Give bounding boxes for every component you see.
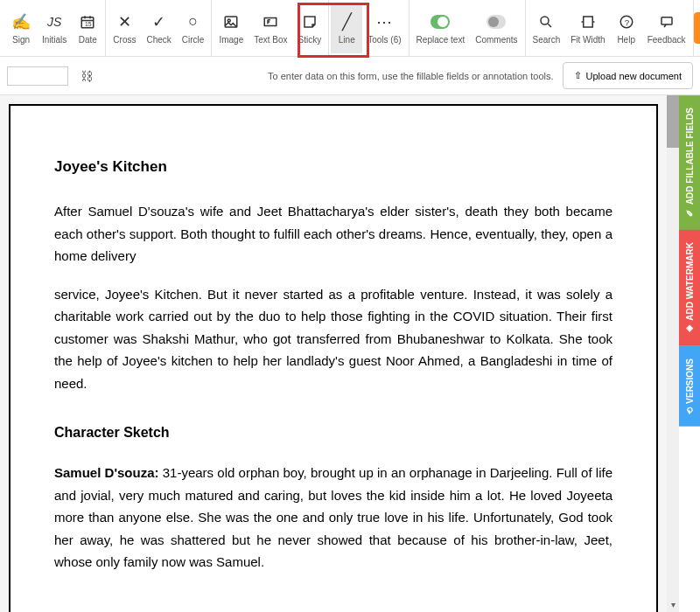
- check-button[interactable]: ✓ Check: [141, 3, 176, 53]
- workspace: Joyee's Kitchen After Samuel D'souza's w…: [0, 95, 700, 612]
- tools-button[interactable]: ⋯ Tools (6): [362, 3, 406, 53]
- svg-rect-6: [584, 17, 593, 27]
- document-page: Joyee's Kitchen After Samuel D'souza's w…: [9, 104, 658, 612]
- comments-toggle-icon: [486, 12, 506, 31]
- clock-icon: ⟲: [685, 407, 695, 414]
- sidetab-watermark[interactable]: ◈ ADD WATERMARK: [679, 230, 700, 346]
- toolbar-group-insert: Image Text Box Sticky: [212, 0, 329, 56]
- upload-button[interactable]: ⇧ Upload new document: [563, 62, 693, 89]
- help-icon: ?: [617, 12, 636, 31]
- help-button[interactable]: ? Help: [611, 3, 642, 53]
- sign-button[interactable]: ✍ Sign: [5, 3, 37, 53]
- sub-toolbar: ⛓ To enter data on this form, use the fi…: [0, 57, 700, 95]
- scrollbar[interactable]: ▾: [667, 95, 679, 612]
- svg-rect-9: [662, 17, 672, 24]
- image-button[interactable]: Image: [214, 3, 248, 53]
- image-icon: [221, 12, 241, 31]
- initials-icon: JS: [45, 12, 64, 31]
- watermark-icon: ◈: [685, 324, 695, 334]
- toolbar-group-line: ╱ Line ⋯ Tools (6): [329, 0, 409, 56]
- circle-icon: ○: [184, 12, 203, 31]
- feedback-icon: [657, 12, 676, 31]
- main-toolbar: ✍ Sign JS Initials 15 Date ✕ Cross ✓ Che…: [0, 0, 700, 57]
- page-title: Joyee's Kitchen: [54, 158, 612, 176]
- hint-text: To enter data on this form, use the fill…: [268, 71, 554, 81]
- line-icon: ╱: [337, 12, 356, 31]
- replace-toggle-icon: [430, 12, 450, 31]
- circle-button[interactable]: ○ Circle: [177, 3, 210, 53]
- scroll-down-icon[interactable]: ▾: [667, 600, 679, 612]
- character-name: Samuel D'souza:: [54, 465, 159, 480]
- document-area[interactable]: Joyee's Kitchen After Samuel D'souza's w…: [0, 95, 667, 612]
- cross-button[interactable]: ✕ Cross: [108, 3, 141, 53]
- sub-heading: Character Sketch: [54, 421, 612, 444]
- more-icon: ⋯: [374, 12, 394, 31]
- done-button[interactable]: ✓ DONE: [694, 12, 700, 44]
- date-button[interactable]: 15 Date: [72, 3, 103, 53]
- search-button[interactable]: Search: [528, 3, 566, 53]
- calendar-icon: 15: [78, 12, 97, 31]
- upload-icon: ⇧: [574, 70, 582, 81]
- svg-text:?: ?: [624, 17, 629, 26]
- replace-text-button[interactable]: Replace text: [411, 3, 471, 53]
- form-icon: ✎: [685, 208, 695, 218]
- svg-rect-4: [265, 17, 277, 25]
- cross-icon: ✕: [115, 12, 134, 31]
- scrollbar-thumb[interactable]: [667, 95, 679, 148]
- toolbar-group-view: Search Fit Width ? Help Feedback: [526, 0, 694, 56]
- link-icon[interactable]: ⛓: [77, 66, 96, 87]
- textbox-button[interactable]: Text Box: [248, 3, 292, 53]
- svg-text:15: 15: [85, 20, 92, 26]
- sidetab-versions[interactable]: ⟲ VERSIONS: [679, 346, 700, 427]
- svg-point-5: [541, 17, 549, 24]
- toolbar-group-sign: ✍ Sign JS Initials 15 Date: [4, 0, 106, 56]
- paragraph-2: service, Joyee's Kitchen. But it never s…: [54, 283, 612, 395]
- search-icon: [536, 12, 556, 31]
- sidetab-fillable-fields[interactable]: ✎ ADD FILLABLE FIELDS: [679, 95, 700, 230]
- fit-width-button[interactable]: Fit Width: [565, 3, 610, 53]
- initials-button[interactable]: JS Initials: [37, 3, 72, 53]
- sticky-icon: [300, 12, 319, 31]
- fit-width-icon: [578, 12, 598, 31]
- svg-point-3: [228, 19, 231, 22]
- check-icon: ✓: [150, 12, 169, 31]
- thickness-input[interactable]: [7, 66, 68, 86]
- comments-button[interactable]: Comments: [470, 3, 522, 53]
- sign-icon: ✍: [11, 12, 31, 31]
- line-button[interactable]: ╱ Line: [331, 3, 362, 53]
- feedback-button[interactable]: Feedback: [642, 3, 691, 53]
- toolbar-group-marks: ✕ Cross ✓ Check ○ Circle: [106, 0, 212, 56]
- toolbar-group-replace: Replace text Comments: [410, 0, 526, 56]
- sticky-button[interactable]: Sticky: [293, 3, 327, 53]
- character-description: Samuel D'souza: 31-years old orphan boy,…: [54, 462, 612, 574]
- side-tabs: ✎ ADD FILLABLE FIELDS ◈ ADD WATERMARK ⟲ …: [679, 95, 700, 612]
- paragraph-1: After Samuel D'souza's wife and Jeet Bha…: [54, 200, 612, 268]
- textbox-icon: [261, 12, 280, 31]
